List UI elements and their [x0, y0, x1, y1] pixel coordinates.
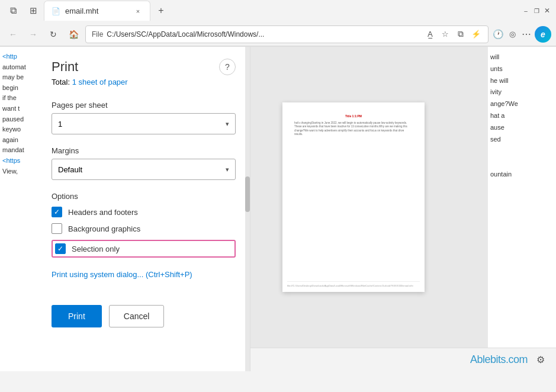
pages-per-sheet-select[interactable]: 1 ▾	[52, 113, 236, 134]
margins-section: Margins Default ▾	[52, 146, 236, 180]
preview-body: hat's changingStarting in June 2022, we …	[294, 121, 413, 136]
read-aloud-icon[interactable]: A̲	[424, 28, 436, 40]
status-bar: Ablebits.com ⚙	[219, 348, 556, 371]
background-graphics-checkbox[interactable]	[52, 223, 62, 234]
print-button[interactable]: Print	[52, 305, 102, 327]
bg-line-11: <https	[2, 156, 42, 166]
headers-footers-checkbox[interactable]	[52, 207, 62, 217]
bg-right-2: unts	[490, 63, 554, 75]
workspaces-icon[interactable]: ⧉	[5, 2, 21, 19]
options-section: Options Headers and footers Background g…	[52, 192, 236, 258]
bg-right-4: ivity	[490, 86, 554, 98]
bg-right-6: hat a	[490, 110, 554, 122]
bg-line-4: begin	[2, 83, 42, 94]
bg-line-10: mandat	[2, 145, 42, 156]
help-button[interactable]: ?	[219, 59, 236, 75]
edge-logo: e	[535, 26, 551, 43]
bg-line-2: automat	[2, 62, 42, 73]
options-title: Options	[52, 192, 236, 201]
selection-only-row[interactable]: Selection only	[52, 240, 236, 258]
print-title: Print	[52, 59, 78, 75]
bg-right-1: will	[490, 52, 554, 63]
bg-line-12: View,	[2, 166, 42, 177]
tab-label: email.mht	[65, 7, 98, 15]
title-bar: ⧉ ⊞ 📄 email.mht × + – ❐ ✕	[0, 0, 556, 21]
favorites-icon[interactable]: ⚡	[470, 28, 482, 40]
margins-select[interactable]: Default ▾	[52, 159, 236, 180]
pages-per-sheet-section: Pages per sheet 1 ▾	[52, 101, 236, 134]
chevron-down-icon: ▾	[226, 120, 229, 128]
system-dialog-link[interactable]: Print using system dialog... (Ctrl+Shift…	[52, 270, 192, 279]
bg-right-8: sed	[490, 134, 554, 146]
cancel-button[interactable]: Cancel	[109, 305, 165, 327]
refresh-button[interactable]: ↻	[45, 26, 62, 43]
headers-footers-row[interactable]: Headers and footers	[52, 207, 236, 217]
new-tab-button[interactable]: +	[153, 2, 169, 19]
background-right-content: will unts he will ivity ange?We hat a au…	[488, 47, 556, 371]
ablebits-logo: Ablebits.com	[470, 354, 528, 366]
more-icon[interactable]: ⋯	[520, 28, 532, 40]
tab-switcher-icon[interactable]: ⊞	[25, 2, 41, 19]
bg-right-5: ange?We	[490, 98, 554, 110]
bg-right-9: ountain	[490, 169, 554, 181]
bg-line-5: if the	[2, 93, 42, 104]
tab-row: ⧉ ⊞	[5, 2, 41, 19]
page-preview: Title 1:1:PM hat's changingStarting in J…	[282, 102, 425, 292]
print-buttons: Print Cancel	[52, 305, 236, 327]
address-bar: ← → ↻ 🏠 File C:/Users/SC/AppData/Local/M…	[0, 23, 556, 46]
pages-per-sheet-value: 1	[58, 120, 62, 128]
active-tab[interactable]: 📄 email.mht ×	[44, 1, 150, 21]
address-icons: A̲ ☆ ⧉ ⚡	[424, 28, 482, 40]
back-button[interactable]: ←	[5, 26, 21, 43]
preview-footer: file:///C:/Users/Desktop/Downloads/AppDa…	[287, 281, 420, 287]
settings-icon[interactable]: ⚙	[532, 352, 549, 368]
background-graphics-label: Background graphics	[68, 224, 140, 233]
protocol-label: File	[92, 30, 103, 38]
sheet-count: 1 sheet of paper	[72, 78, 128, 86]
headers-footers-label: Headers and footers	[68, 208, 138, 217]
preview-area: Title 1:1:PM hat's changingStarting in J…	[219, 47, 488, 348]
home-button[interactable]: 🏠	[65, 26, 82, 43]
bg-line-8: keywo	[2, 124, 42, 135]
address-field[interactable]: File C:/Users/SC/AppData/Local/Microsoft…	[85, 25, 488, 43]
tab-close-button[interactable]: ×	[133, 7, 143, 16]
margins-label: Margins	[52, 146, 236, 155]
print-dialog: Print ? Total: 1 sheet of paper Pages pe…	[37, 47, 250, 371]
print-subtitle: Total: 1 sheet of paper	[52, 78, 236, 86]
selection-only-label: Selection only	[72, 245, 120, 253]
scroll-thumb[interactable]	[245, 176, 250, 212]
bg-line-9: again	[2, 135, 42, 146]
bg-line-1: <http	[2, 52, 42, 62]
bg-right-3: he will	[490, 75, 554, 87]
copilot-icon[interactable]: ◎	[506, 28, 518, 40]
bookmark-icon[interactable]: ☆	[439, 28, 451, 40]
pages-per-sheet-label: Pages per sheet	[52, 101, 236, 110]
margins-value: Default	[58, 165, 82, 174]
bg-right-7: ause	[490, 122, 554, 134]
url-text: C:/Users/SC/AppData/Local/Microsoft/Wind…	[107, 30, 420, 38]
chevron-down-icon-margins: ▾	[226, 166, 229, 173]
selection-only-checkbox[interactable]	[55, 243, 66, 254]
restore-button[interactable]: ❐	[532, 7, 541, 15]
subtitle-prefix: Total:	[52, 78, 70, 86]
bg-line-6: want t	[2, 104, 42, 114]
forward-button[interactable]: →	[25, 26, 41, 43]
close-window-button[interactable]: ✕	[543, 7, 551, 15]
background-graphics-row[interactable]: Background graphics	[52, 223, 236, 234]
history-icon[interactable]: 🕐	[492, 28, 504, 40]
collections-icon[interactable]: ⧉	[455, 28, 467, 40]
minimize-button[interactable]: –	[522, 7, 530, 15]
bg-line-7: paused	[2, 114, 42, 125]
print-title-row: Print ?	[52, 59, 236, 75]
scroll-track[interactable]	[245, 47, 250, 371]
main-area: <http automat may be begin if the want t…	[0, 47, 556, 371]
preview-header: Title 1:1:PM	[294, 114, 413, 118]
bg-line-3: may be	[2, 72, 42, 83]
toolbar-right: 🕐 ◎ ⋯ e	[492, 26, 551, 43]
